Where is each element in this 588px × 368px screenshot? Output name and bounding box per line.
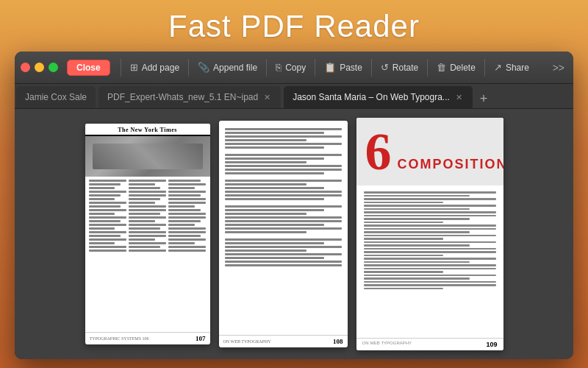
content-area: The New York Times: [15, 109, 573, 359]
toolbar-separator-2: [188, 59, 189, 77]
append-file-icon: 📎: [198, 62, 209, 73]
share-button[interactable]: ↗ Share: [488, 59, 535, 76]
more-toolbar-button[interactable]: >>: [550, 59, 567, 77]
composition-header: 6 COMPOSITION: [356, 118, 503, 185]
page-108-footer-label: ON WEB TYPOGRAPHY: [223, 339, 271, 344]
toolbar-separator-7: [484, 59, 485, 77]
newspaper-col-3: [168, 180, 206, 329]
add-page-icon: ⊞: [130, 62, 138, 73]
page-108-number: 108: [333, 338, 343, 345]
newspaper-image: [85, 136, 210, 177]
rotate-button[interactable]: ↺ Rotate: [375, 59, 424, 76]
tab-label: Jason Santa Maria – On Web Typogra...: [293, 92, 450, 102]
window-maximize-btn[interactable]: [49, 63, 58, 72]
page-107-footer-label: TYPOGRAPHIC SYSTEMS 106: [90, 336, 149, 341]
tab-label: Jamie Cox Sale: [25, 92, 87, 102]
page-107-thumb[interactable]: The New York Times: [85, 124, 210, 344]
main-window: Close ⊞ Add page 📎 Append file ⎘ Copy 📋 …: [15, 52, 573, 359]
text-block-2: [225, 154, 342, 174]
add-page-button[interactable]: ⊞ Add page: [124, 59, 185, 76]
copy-button[interactable]: ⎘ Copy: [270, 59, 312, 76]
toolbar-separator-6: [427, 59, 428, 77]
composition-body: [356, 185, 503, 338]
composition-page: 6 COMPOSITION: [356, 118, 503, 350]
tab-add-button[interactable]: +: [474, 92, 494, 105]
page-109-number: 109: [486, 341, 497, 348]
delete-button[interactable]: 🗑 Delete: [431, 59, 481, 76]
paste-icon: 📋: [324, 62, 336, 73]
page-109-footer: ON WEB TYPOGRAPHY 109: [356, 338, 503, 350]
page-107-number: 107: [196, 335, 206, 342]
toolbar-separator-5: [371, 59, 372, 77]
text-block-4: [225, 205, 342, 233]
page-108-footer: ON WEB TYPOGRAPHY 108: [219, 335, 348, 347]
text-block-3: [225, 180, 342, 200]
delete-icon: 🗑: [437, 62, 446, 73]
window-minimize-btn[interactable]: [35, 63, 44, 72]
newspaper-col-2: [129, 180, 166, 329]
close-button[interactable]: Close: [67, 60, 110, 76]
newspaper-col-1: [89, 180, 126, 329]
append-file-button[interactable]: 📎 Append file: [192, 59, 263, 76]
tab-jamie-cox-sale[interactable]: Jamie Cox Sale: [16, 86, 96, 108]
tab-pdf-expert[interactable]: PDF_Expert-Whats_new_5.1 EN~ipad ✕: [98, 86, 281, 108]
text-block-5: [225, 238, 342, 266]
newspaper-title: The New York Times: [90, 127, 206, 133]
newspaper-header: The New York Times: [85, 124, 210, 136]
tab-close-jason[interactable]: ✕: [454, 93, 464, 102]
copy-icon: ⎘: [276, 62, 282, 73]
tab-close-pdf-expert[interactable]: ✕: [262, 93, 272, 102]
paste-button[interactable]: 📋 Paste: [318, 59, 368, 76]
tab-jason-santa-maria[interactable]: Jason Santa Maria – On Web Typogra... ✕: [284, 86, 473, 108]
tab-bar: Jamie Cox Sale PDF_Expert-Whats_new_5.1 …: [15, 84, 573, 109]
page-109-footer-left: ON WEB TYPOGRAPHY: [362, 341, 412, 348]
copy-label: Copy: [285, 63, 306, 73]
page-108-thumb[interactable]: ON WEB TYPOGRAPHY 108: [219, 121, 348, 347]
composition-title: COMPOSITION: [398, 157, 503, 178]
page-108-content: [219, 121, 348, 335]
append-file-label: Append file: [213, 63, 257, 73]
toolbar-separator-4: [315, 59, 315, 77]
page-109-thumb[interactable]: 6 COMPOSITION: [356, 118, 503, 350]
share-label: Share: [506, 63, 529, 73]
app-title-area: Fast PDF Reader: [0, 0, 588, 52]
window-close-btn[interactable]: [21, 63, 30, 72]
rotate-label: Rotate: [392, 63, 418, 73]
add-page-label: Add page: [142, 63, 179, 73]
paste-label: Paste: [340, 63, 362, 73]
tab-label: PDF_Expert-Whats_new_5.1 EN~ipad: [107, 92, 258, 102]
composition-big-number: 6: [365, 125, 392, 178]
newspaper-columns: [85, 177, 210, 332]
page-107-footer: TYPOGRAPHIC SYSTEMS 106 107: [85, 332, 210, 344]
toolbar: Close ⊞ Add page 📎 Append file ⎘ Copy 📋 …: [15, 52, 573, 84]
delete-label: Delete: [450, 63, 476, 73]
app-title: Fast PDF Reader: [0, 9, 588, 44]
toolbar-separator-1: [121, 59, 121, 77]
text-block-1: [225, 128, 342, 149]
window-controls: [21, 63, 58, 72]
share-icon: ↗: [494, 62, 502, 73]
toolbar-separator-3: [266, 59, 267, 77]
rotate-icon: ↺: [381, 62, 389, 73]
